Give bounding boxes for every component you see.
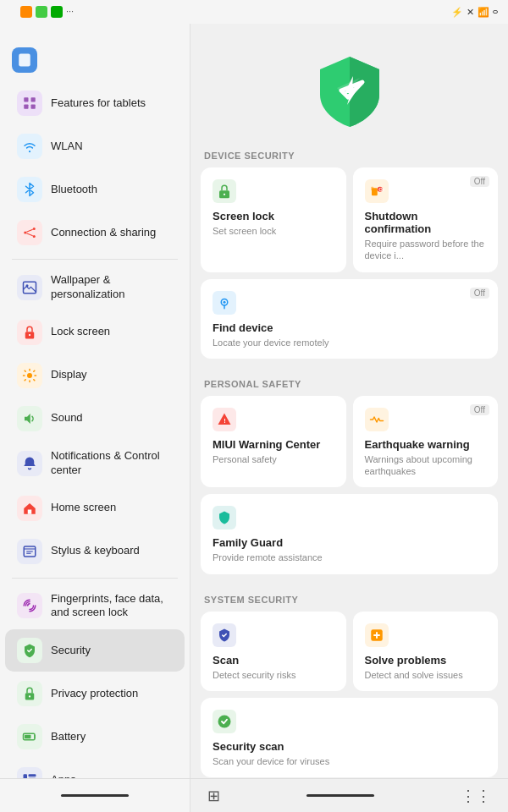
sidebar-label-privacy: Privacy protection [51,687,138,701]
sidebar-label-fingerprints: Fingerprints, face data, and screen lock [51,592,173,621]
wifi-icon: 📶 [478,7,489,18]
sidebar-icon-lockscreen [17,320,42,345]
bottom-bar: ⊞ ⋮⋮ [0,778,508,812]
sidebar-label-notifications: Notifications & Control center [51,449,173,478]
sidebar-icon-homescreen [17,496,42,521]
svg-point-22 [29,696,30,698]
svg-rect-16 [28,509,32,513]
main-container: Features for tabletsWLANBluetoothConnect… [0,24,508,778]
svg-point-39 [224,300,226,303]
card-icon-solve-problems [365,623,389,647]
card-security-scan[interactable]: Security scanScan your device for viruse… [201,698,498,777]
sidebar-item-stylus[interactable]: Stylus & keyboard [5,530,185,573]
sidebar-label-connection: Connection & sharing [51,226,156,240]
card-solve-problems[interactable]: Solve problemsDetect and solve issues [353,612,499,691]
cards-grid-system-security: ScanDetect security risksSolve problemsD… [190,612,508,778]
security-shield-container [190,44,508,145]
tab-icon-left[interactable]: ⊞ [207,787,220,805]
sidebar-icon-features [17,91,42,116]
card-subtitle-scan: Detect security risks [213,669,334,681]
card-title-solve-problems: Solve problems [365,654,487,667]
app-dot-3 [51,6,63,18]
card-title-find-device: Find device [213,321,486,334]
sidebar-label-features: Features for tablets [51,96,146,111]
card-icon-miui-warning: ! [213,408,236,431]
sidebar-item-sound[interactable]: Sound [5,398,185,440]
sidebar-label-wlan: WLAN [51,140,83,154]
card-find-device[interactable]: Find deviceLocate your device remotelyOf… [201,279,498,359]
sidebar-label-lockscreen: Lock screen [51,325,110,339]
card-earthquake[interactable]: Earthquake warningWarnings about upcomin… [353,396,499,488]
svg-text:On: On [378,187,384,192]
card-screen-lock[interactable]: Screen lockSet screen lock [201,167,346,272]
svg-rect-2 [31,97,36,102]
svg-point-7 [33,235,36,238]
tab-icon-right[interactable]: ⋮⋮ [461,787,491,805]
security-shield-icon [316,52,384,129]
card-off-badge-find-device: Off [470,288,489,299]
card-icon-earthquake [365,408,389,431]
sidebar-icon-battery [17,724,42,749]
sidebar-item-bluetooth[interactable]: Bluetooth [5,168,185,211]
card-title-earthquake: Earthquake warning [365,438,487,451]
sidebar-icon-privacy [17,681,42,706]
sidebar-label-wallpaper: Wallpaper & personalization [51,273,173,302]
card-scan[interactable]: ScanDetect security risks [201,612,346,691]
sidebar-item-wlan[interactable]: WLAN [5,125,185,167]
section-label-device-security: DEVICE SECURITY [190,145,508,167]
sidebar-label-display: Display [51,368,87,382]
status-right: ⚡ ✕ 📶 [451,7,498,18]
battery-status [493,10,498,14]
sidebar-icon-connection [17,220,42,245]
sidebar-item-lockscreen[interactable]: Lock screen [5,311,185,354]
sidebar-divider [12,259,178,260]
svg-rect-4 [31,105,36,109]
sidebar-title [0,29,190,42]
sidebar-icon-security [17,638,42,663]
sidebar-item-apps[interactable]: Apps [5,759,185,778]
app-dot-1 [20,6,32,18]
svg-point-5 [24,232,26,234]
device-icon [12,47,37,73]
sidebar-item-battery[interactable]: Battery [5,716,185,758]
cards-grid-device-security: Screen lockSet screen lockOnShutdown con… [190,167,508,367]
card-icon-family-guard [213,506,236,529]
sidebar-item-notifications[interactable]: Notifications & Control center [5,441,185,486]
sidebar-item-display[interactable]: Display [5,354,185,397]
sidebar-item-privacy[interactable]: Privacy protection [5,672,185,715]
card-shutdown-confirm[interactable]: OnShutdown confirmationRequire password … [353,167,499,272]
card-subtitle-solve-problems: Detect and solve issues [365,669,487,681]
section-system-security: SYSTEM SECURITYScanDetect security risks… [190,590,508,778]
sidebar-label-security: Security [51,644,91,658]
svg-rect-3 [24,105,28,109]
svg-line-8 [26,229,33,232]
card-subtitle-security-scan: Scan your device for viruses [213,755,486,767]
more-dots: ··· [66,6,74,18]
sidebar-icon-fingerprints [17,593,42,618]
card-icon-find-device [213,291,236,315]
sidebar-item-homescreen[interactable]: Home screen [5,487,185,529]
sidebar-item-wallpaper[interactable]: Wallpaper & personalization [5,265,185,310]
card-title-shutdown-confirm: Shutdown confirmation [365,210,487,235]
card-icon-scan [213,623,236,647]
svg-line-9 [26,233,33,236]
sidebar-item-connection[interactable]: Connection & sharing [5,211,185,254]
card-off-badge-shutdown-confirm: Off [470,176,489,187]
card-subtitle-miui-warning: Personal safety [213,453,334,465]
sidebar-icon-bluetooth [17,177,42,202]
card-icon-shutdown-confirm: On [365,179,389,203]
app-dot-2 [36,6,47,18]
sidebar-item-security[interactable]: Security [5,629,185,672]
card-miui-warning[interactable]: !MIUI Warning CenterPersonal safety [201,396,346,488]
sidebar: Features for tabletsWLANBluetoothConnect… [0,24,190,778]
section-label-system-security: SYSTEM SECURITY [190,590,508,612]
sidebar-item-mydevice[interactable] [0,42,190,81]
svg-text:!: ! [224,417,226,425]
sidebar-icon-notifications [17,451,42,476]
sidebar-item-features[interactable]: Features for tablets [5,82,185,124]
sidebar-item-fingerprints[interactable]: Fingerprints, face data, and screen lock [5,584,185,629]
sidebar-label-sound: Sound [51,411,83,425]
sidebar-label-battery: Battery [51,730,86,744]
card-icon-screen-lock [213,179,236,203]
card-family-guard[interactable]: Family GuardProvide remote assistance [201,494,498,573]
